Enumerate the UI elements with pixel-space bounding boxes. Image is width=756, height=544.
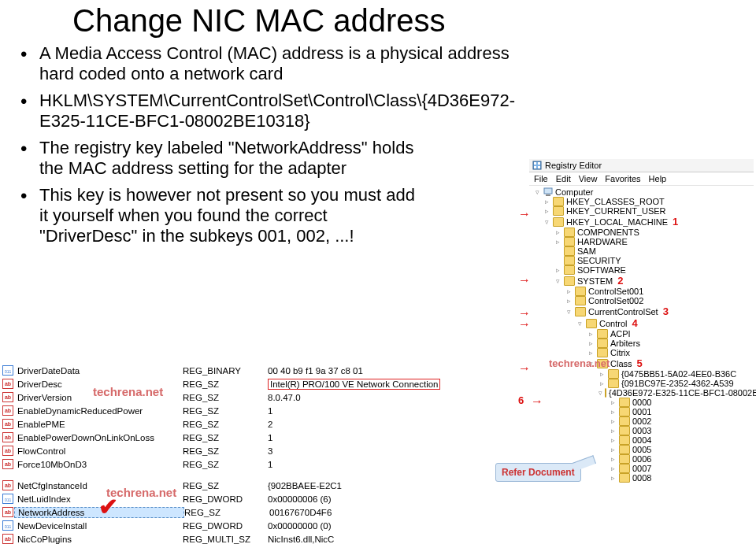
tree-subkey[interactable]: ▹0004 [532,435,754,445]
value-data: 0x00000006 (6) [268,494,523,504]
tree-key[interactable]: ▿CurrentControlSet3 [532,305,754,317]
value-data: Intel(R) PRO/100 VE Network Connection [268,379,523,389]
menu-help[interactable]: Help [649,174,667,183]
callout: Refer Document [495,463,581,482]
tree-subkey[interactable]: ▹0005 [532,445,754,454]
value-type: REG_SZ [183,393,268,402]
annotation-number: 1 [670,216,678,228]
tree-key[interactable]: ▿Control4 [532,317,754,329]
tree-hive[interactable]: ▹HKEY_CLASSES_ROOT [532,197,754,206]
value-row[interactable]: abNicCoPluginsREG_MULTI_SZNicInst6.dll,N… [2,532,523,544]
tree-subkey[interactable]: ▹0002 [532,416,754,426]
value-type: REG_SZ [184,508,269,517]
value-row[interactable]: abForce10MbOnD3REG_SZ1 [2,457,523,471]
tree-hive[interactable]: ▿HKEY_LOCAL_MACHINE1 [532,216,754,228]
window-title: Registry Editor [545,161,602,170]
arrow-icon: → [518,208,531,220]
value-row[interactable]: abDriverDescREG_SZIntel(R) PRO/100 VE Ne… [2,377,523,390]
value-data: 1 [268,460,523,469]
tree-key[interactable]: ▹{091BC97E-2352-4362-A539 [532,379,754,388]
folder-icon [553,197,564,206]
value-row[interactable]: abFlowControlREG_SZ3 [2,444,523,457]
tree-key[interactable]: ▹{0475BB51-5A02-4EE0-B36C [532,369,754,379]
string-icon: ab [2,534,13,544]
regedit-icon [532,161,542,170]
tree-key[interactable]: ▹Citrix [532,348,754,357]
value-row[interactable]: 011NewDeviceInstallREG_DWORD0x00000000 (… [2,519,523,532]
value-name: FlowControl [14,446,183,456]
tree-key[interactable]: ▿{4D36E972-E325-11CE-BFC1-08002BE10318} [532,388,754,398]
value-row[interactable]: abNetworkAddressREG_SZ00167670D4F6 [2,505,523,519]
value-row[interactable]: abEnablePMEREG_SZ2 [2,417,523,431]
binary-icon: 011 [2,494,13,504]
value-data: 8.0.47.0 [268,393,523,402]
value-data: 00 40 b9 f1 9a 37 c8 01 [268,366,523,376]
watermark: techrena.net [106,486,176,499]
value-data: 0x00000000 (0) [268,521,523,531]
value-row[interactable]: 011DriverDateDataREG_BINARY00 40 b9 f1 9… [2,364,523,377]
value-type: REG_MULTI_SZ [183,535,268,544]
menu-favorites[interactable]: Favorites [605,174,640,183]
callout-text: Refer Document [495,463,581,482]
tree-subkey[interactable]: ▹0000 [532,398,754,407]
menu-bar[interactable]: File Edit View Favorites Help [529,172,754,186]
collapse-icon[interactable]: ▿ [534,189,541,196]
value-row[interactable]: abEnablePowerDownOnLinkOnLossREG_SZ1 [2,431,523,444]
tree-key[interactable]: ▹ACPI [532,329,754,339]
value-row[interactable]: abDriverVersionREG_SZ8.0.47.0 [2,390,523,404]
value-type: REG_SZ [183,460,268,469]
value-data: 2 [268,420,523,429]
svg-text:011: 011 [5,369,11,374]
tree-key[interactable]: ▿SYSTEM2 [532,275,754,287]
string-icon: ab [2,392,13,402]
value-data: 00167670D4F6 [269,508,523,517]
value-type: REG_SZ [183,406,268,416]
value-row[interactable]: abNetCfgInstanceIdREG_SZ{902BBAEE-E2C1 [2,479,523,492]
value-type: REG_SZ [183,481,268,490]
tree-hive[interactable]: ▹HKEY_CURRENT_USER [532,206,754,216]
string-icon: ab [2,446,13,456]
value-type: REG_DWORD [183,521,268,531]
window-titlebar: Registry Editor [529,159,754,172]
value-type: REG_SZ [183,433,268,442]
value-name: NewDeviceInstall [14,521,183,531]
value-type: REG_SZ [183,446,268,456]
value-row[interactable]: abEnableDynamicReducedPowerREG_SZ1 [2,404,523,417]
value-data: 3 [268,446,523,456]
binary-icon: 011 [2,520,13,531]
string-icon: ab [2,480,13,490]
page-title: Change NIC MAC address [72,3,756,39]
tree-key[interactable]: ▹SOFTWARE [532,265,754,275]
value-name: DriverDateData [14,366,183,376]
tree-key[interactable]: ▹ControlSet001 [532,287,754,296]
svg-rect-3 [534,166,536,168]
tree-key[interactable]: ▹COMPONENTS [532,228,754,237]
value-data: NicInst6.dll,NicC [268,535,523,544]
menu-edit[interactable]: Edit [556,174,571,183]
registry-tree[interactable]: ▿Computer ▹HKEY_CLASSES_ROOT ▹HKEY_CURRE… [529,186,754,484]
tree-root[interactable]: ▿Computer [532,187,754,197]
tree-key[interactable]: ▹ArbitersArbiters [532,339,754,348]
svg-text:011: 011 [5,524,11,529]
string-icon: ab [2,419,13,429]
tree-key[interactable]: SAM [532,246,754,256]
bullet-item: HKLM\SYSTEM\CurrentControlSet\Control\Cl… [16,91,528,131]
bullet-item: The registry key labeled "NetworkAddress… [16,138,417,179]
tree-subkey[interactable]: ▹0001 [532,407,754,416]
menu-file[interactable]: File [534,174,548,183]
arrow-icon: → [531,395,543,408]
svg-rect-4 [538,166,540,168]
string-icon: ab [2,405,13,416]
tree-key[interactable]: ▹ControlSet002 [532,296,754,305]
arrow-icon: → [518,318,531,331]
tree-key[interactable]: SECURITY [532,256,754,265]
menu-view[interactable]: View [579,174,598,183]
value-type: REG_SZ [183,420,268,429]
value-row[interactable]: 011NetLuidIndexREG_DWORD0x00000006 (6) [2,492,523,505]
svg-rect-6 [546,194,550,196]
tree-subkey[interactable]: ▹0003 [532,426,754,435]
svg-rect-2 [538,162,540,165]
string-icon: ab [2,432,13,442]
value-type: REG_SZ [183,379,268,389]
tree-key[interactable]: ▹HARDWARE [532,237,754,246]
